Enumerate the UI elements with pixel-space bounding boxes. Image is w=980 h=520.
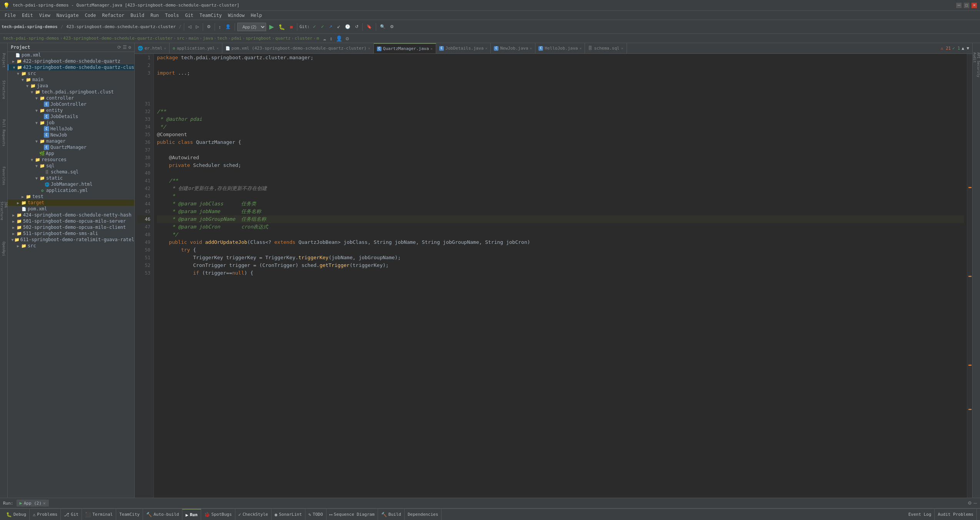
path-src[interactable]: src (177, 36, 185, 41)
tree-item-611[interactable]: ▼ 📁 611-springboot-demo-ratelimit-guava-… (8, 237, 134, 243)
path-module[interactable]: 423-springboot-demo-schedule-quartz-clus… (63, 36, 173, 41)
menu-navigate[interactable]: Navigate (53, 12, 82, 19)
stop-button[interactable]: ■ (288, 23, 294, 31)
tab-pomxml[interactable]: 📄 pom.xml (423-springboot-demo-schedule-… (222, 43, 374, 53)
git-arrow-button[interactable]: ↗ (327, 23, 334, 30)
menu-file[interactable]: File (2, 12, 19, 19)
tree-item-job[interactable]: ▼ 📁 job (8, 120, 134, 126)
menu-tools[interactable]: Tools (162, 12, 182, 19)
status-eventlog[interactable]: Event Log (905, 509, 935, 520)
status-build[interactable]: 🔨 Build (378, 509, 405, 520)
tab-quartzmanager[interactable]: C QuartzManager.java ✕ (374, 43, 436, 53)
tree-item-424[interactable]: ▶ 📁 424-springboot-demo-schedule-netty-h… (8, 212, 134, 218)
tree-item-entity[interactable]: ▼ 📁 entity (8, 107, 134, 113)
status-sonarlint[interactable]: ◉ SonarLint (272, 509, 305, 520)
path-java[interactable]: java (203, 36, 213, 41)
code-content[interactable]: package tech.pdai.springboot.quartz.clus… (154, 54, 967, 498)
status-audit[interactable]: Audit Problems (935, 509, 977, 520)
status-spotbugs[interactable]: 🐞 SpotBugs (201, 509, 235, 520)
tree-item-test[interactable]: ▶ 📁 test (8, 193, 134, 200)
tree-item-resources[interactable]: ▼ 📁 resources (8, 157, 134, 163)
sidebar-jpa-icon[interactable]: JPA Structure (1, 202, 7, 225)
debug-button[interactable]: 🐛 (277, 23, 287, 31)
tab-close[interactable]: ✕ (621, 46, 623, 50)
app-tab-close[interactable]: ✕ (43, 501, 46, 506)
tab-close[interactable]: ✕ (217, 46, 219, 50)
path-m[interactable]: m (317, 36, 319, 41)
tab-erhtml[interactable]: 🌐 er.html ✕ (135, 43, 170, 53)
tree-item-src[interactable]: ▼ 📁 src (8, 70, 134, 77)
tree-item-root-pom[interactable]: 📄 pom.xml (8, 52, 134, 58)
tree-item-main[interactable]: ▼ 📁 main (8, 77, 134, 83)
menu-teamcity[interactable]: TeamCity (197, 12, 225, 19)
tree-item-appyml[interactable]: ⚙ application.yml (8, 187, 134, 193)
tab-close[interactable]: ✕ (579, 46, 582, 50)
search-button[interactable]: 🔍 (378, 23, 387, 30)
tree-item-jobmanagerhtml[interactable]: 🌐 JobManager.html (8, 181, 134, 187)
tab-jobdetails[interactable]: C JobDetails.java ✕ (436, 43, 491, 53)
git-pull-button[interactable]: ↙ (335, 23, 342, 30)
sidebar-pullreq-icon[interactable]: Pull Requests (1, 115, 7, 146)
maximize-button[interactable]: □ (964, 3, 969, 8)
tab-close[interactable]: ✕ (530, 46, 532, 50)
tree-item-hellojob[interactable]: C HelloJob (8, 126, 134, 132)
tree-item-422[interactable]: ▶ 📁 422-springboot-demo-schedule-quartz (8, 58, 134, 64)
git-check2-button[interactable]: ✓ (319, 23, 326, 30)
bookmark-button[interactable]: 🔖 (365, 23, 373, 30)
path-root[interactable]: tech-pdai-spring-demos (3, 36, 59, 41)
tree-item-502[interactable]: ▶ 📁 502-springboot-demo-opcua-milo-clien… (8, 224, 134, 230)
tab-close[interactable]: ✕ (430, 47, 433, 51)
path-springboot[interactable]: springboot (246, 36, 271, 41)
run-button[interactable]: ▶ (268, 22, 275, 31)
path-tech[interactable]: tech (217, 36, 227, 41)
menu-git[interactable]: Git (182, 12, 197, 19)
close-button[interactable]: ✕ (972, 3, 977, 8)
tree-item-controller[interactable]: ▼ 📁 controller (8, 95, 134, 101)
tab-close[interactable]: ✕ (164, 46, 166, 50)
tab-close[interactable]: ✕ (485, 46, 487, 50)
tree-scroll-icon[interactable]: ⟳ (117, 45, 121, 50)
sidebar-structure-icon[interactable]: Structure (1, 76, 7, 99)
menu-edit[interactable]: Edit (19, 12, 36, 19)
vcs-button[interactable]: ↕ (217, 24, 223, 30)
tree-item-schema[interactable]: 🗄 schema.sql (8, 169, 134, 175)
tree-item-static[interactable]: ▼ 📁 static (8, 175, 134, 181)
tab-schemasql[interactable]: 🗄 schema.sql ✕ (585, 43, 627, 53)
run-settings-button[interactable]: ⚙ (968, 500, 972, 506)
status-autobuild[interactable]: 🔨 Auto-build (143, 509, 182, 520)
tab-close[interactable]: ✕ (368, 46, 370, 50)
tree-item-jobdetails[interactable]: C JobDetails (8, 113, 134, 120)
status-teamcity[interactable]: TeamCity (116, 509, 143, 520)
menu-view[interactable]: View (36, 12, 53, 19)
git-check-button[interactable]: ✓ (311, 23, 318, 30)
menu-window[interactable]: Window (225, 12, 248, 19)
tree-item-manager[interactable]: ▼ 📁 manager (8, 138, 134, 144)
sidebar-openapi-icon[interactable]: OpenApi (1, 233, 7, 256)
status-run[interactable]: ▶ Run (182, 509, 201, 520)
run-app-tab[interactable]: ▶ App (2) ✕ (17, 500, 49, 507)
status-git[interactable]: ⎇ Git (61, 509, 82, 520)
tree-item-quartzmanager[interactable]: C QuartzManager (8, 144, 134, 150)
tree-item-501[interactable]: ▶ 📁 501-springboot-demo-opcua-milo-serve… (8, 218, 134, 224)
git-undo-button[interactable]: ↺ (353, 23, 360, 30)
tree-item-jobcontroller[interactable]: C JobController (8, 101, 134, 107)
settings-button[interactable]: ⚙ (205, 23, 212, 30)
status-debug[interactable]: 🐛 Debug (3, 509, 30, 520)
tree-item-511[interactable]: ▶ 📁 511-springboot-demo-sms-ali (8, 230, 134, 237)
tree-item-sql[interactable]: ▼ 📁 sql (8, 163, 134, 169)
tab-newjob[interactable]: C NewJob.java ✕ (491, 43, 535, 53)
run-minimize-button[interactable]: ─ (973, 500, 977, 506)
tree-item-target[interactable]: ▶ 📁 target (8, 200, 134, 206)
tab-appyml[interactable]: ⚙ application.yml ✕ (170, 43, 222, 53)
status-sequence[interactable]: ⟷ Sequence Diagram (327, 509, 378, 520)
menu-build[interactable]: Build (127, 12, 147, 19)
path-cluster[interactable]: cluster (295, 36, 312, 41)
tree-item-app[interactable]: 🌿 App (8, 150, 134, 157)
tree-item-newjob[interactable]: C NewJob (8, 132, 134, 138)
path-quartz[interactable]: quartz (275, 36, 291, 41)
sidebar-project-icon[interactable]: Project (1, 45, 7, 68)
forward-button[interactable]: ▷ (194, 23, 200, 30)
user-button[interactable]: 👤 (224, 23, 232, 30)
path-pdai[interactable]: pdai (232, 36, 242, 41)
app-selector[interactable]: App (2) (237, 23, 266, 31)
